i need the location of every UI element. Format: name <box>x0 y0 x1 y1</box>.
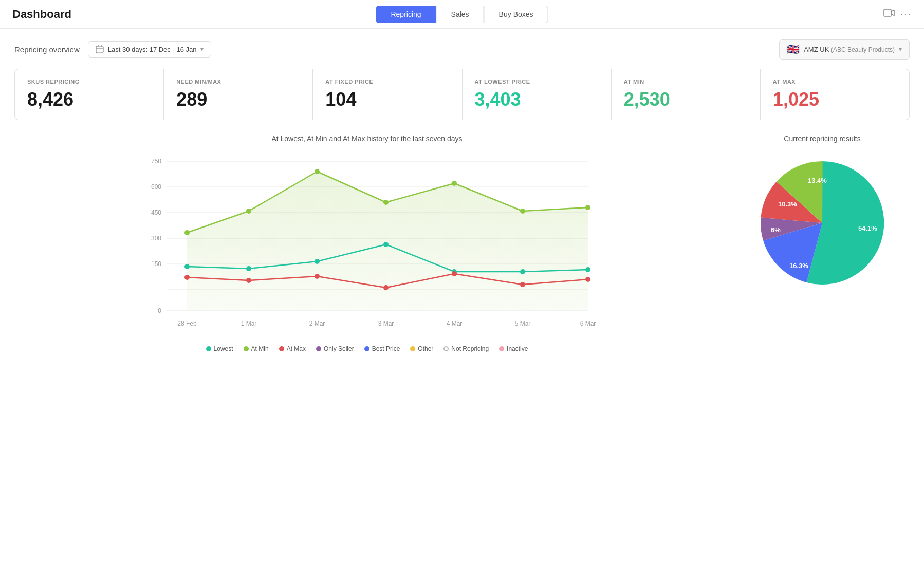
stat-value-atmax: 1,025 <box>773 89 897 110</box>
svg-point-35 <box>315 259 320 264</box>
stat-at-max: AT MAX 1,025 <box>761 69 909 120</box>
pie-label-red: 10.3% <box>778 200 797 208</box>
svg-point-36 <box>383 242 389 247</box>
date-picker[interactable]: Last 30 days: 17 Dec - 16 Jan ▾ <box>88 41 212 58</box>
chart-legend: Lowest At Min At Max Only Seller Best Pr… <box>14 345 719 352</box>
legend-bestprice: Best Price <box>364 345 400 352</box>
date-range-label: Last 30 days: 17 Dec - 16 Jan <box>108 46 197 53</box>
svg-text:150: 150 <box>151 260 161 268</box>
svg-point-30 <box>452 181 457 186</box>
tab-buy-boxes[interactable]: Buy Boxes <box>484 6 548 23</box>
legend-label-notrepricing: Not Repricing <box>451 345 489 352</box>
legend-onlyseller: Only Seller <box>316 345 354 352</box>
legend-dot-atmin <box>244 346 249 351</box>
overview-title: Repricing overview <box>14 45 80 54</box>
stat-skus-repricing: SKUS REPRICING 8,426 <box>15 69 164 120</box>
stat-value-skus: 8,426 <box>27 89 151 110</box>
svg-point-44 <box>452 271 457 276</box>
svg-text:1 Mar: 1 Mar <box>241 320 257 327</box>
stat-fixed-price: AT FIXED PRICE 104 <box>313 69 462 120</box>
legend-lowest: Lowest <box>206 345 233 352</box>
stat-value-minmax: 289 <box>176 89 300 110</box>
legend-label-inactive: Inactive <box>507 345 528 352</box>
svg-point-27 <box>246 209 251 214</box>
stat-value-atmin: 2,530 <box>624 89 748 110</box>
svg-text:2 Mar: 2 Mar <box>309 320 325 327</box>
stat-label-skus: SKUS REPRICING <box>27 79 151 85</box>
svg-text:750: 750 <box>151 158 161 165</box>
stat-value-fixed: 104 <box>325 89 449 110</box>
line-chart-svg: 750 600 450 300 150 0 28 Feb 1 Mar 2 Mar… <box>14 151 719 336</box>
pie-label-green: 13.4% <box>808 177 827 184</box>
main-content: Repricing overview Last 30 days: 17 Dec … <box>0 29 924 363</box>
overview-left: Repricing overview Last 30 days: 17 Dec … <box>14 41 211 58</box>
svg-point-34 <box>246 266 251 271</box>
stat-lowest-price: AT LOWEST PRICE 3,403 <box>463 69 612 120</box>
marketplace-name: AMZ UK <box>804 46 829 53</box>
legend-label-onlyseller: Only Seller <box>324 345 354 352</box>
legend-notrepricing: Not Repricing <box>443 345 489 352</box>
svg-text:28 Feb: 28 Feb <box>177 320 197 327</box>
svg-point-33 <box>184 264 190 269</box>
legend-label-other: Other <box>418 345 433 352</box>
svg-text:5 Mar: 5 Mar <box>515 320 531 327</box>
svg-point-46 <box>585 277 590 282</box>
svg-point-45 <box>520 282 525 287</box>
video-icon-button[interactable] <box>883 7 895 21</box>
stat-at-min: AT MIN 2,530 <box>612 69 761 120</box>
svg-point-42 <box>315 274 320 279</box>
svg-text:0: 0 <box>158 307 161 314</box>
svg-point-39 <box>585 267 590 272</box>
pie-label-purple: 6% <box>771 226 781 234</box>
svg-text:600: 600 <box>151 183 161 191</box>
legend-dot-atmax <box>279 346 284 351</box>
marketplace-label: AMZ UK (ABC Beauty Products) <box>804 46 895 53</box>
pie-chart-container: 54.1% 16.3% 6% 10.3% <box>735 151 910 295</box>
svg-text:6 Mar: 6 Mar <box>580 320 596 327</box>
svg-rect-1 <box>96 46 103 53</box>
svg-point-29 <box>383 200 389 205</box>
stat-label-atmin: AT MIN <box>624 79 748 85</box>
legend-dot-notrepricing <box>443 346 449 351</box>
svg-point-40 <box>184 275 190 280</box>
page-title: Dashboard <box>12 8 71 21</box>
stat-need-minmax: NEED MIN/MAX 289 <box>164 69 313 120</box>
calendar-icon <box>96 45 104 53</box>
svg-text:300: 300 <box>151 235 161 242</box>
stat-label-fixed: AT FIXED PRICE <box>325 79 449 85</box>
legend-label-atmax: At Max <box>287 345 306 352</box>
svg-text:3 Mar: 3 Mar <box>378 320 394 327</box>
legend-dot-other <box>410 346 415 351</box>
stat-label-minmax: NEED MIN/MAX <box>176 79 300 85</box>
stat-label-lowest: AT LOWEST PRICE <box>475 79 599 85</box>
stat-label-atmax: AT MAX <box>773 79 897 85</box>
line-chart-title: At Lowest, At Min and At Max history for… <box>14 135 719 143</box>
marketplace-chevron-icon: ▾ <box>899 46 902 53</box>
legend-dot-onlyseller <box>316 346 321 351</box>
video-icon <box>883 7 895 18</box>
legend-other: Other <box>410 345 433 352</box>
svg-point-41 <box>246 278 251 283</box>
legend-dot-inactive <box>499 346 504 351</box>
svg-point-31 <box>520 209 525 214</box>
svg-text:4 Mar: 4 Mar <box>447 320 463 327</box>
stat-value-lowest: 3,403 <box>475 89 599 110</box>
line-chart-container: 750 600 450 300 150 0 28 Feb 1 Mar 2 Mar… <box>14 151 719 336</box>
legend-label-bestprice: Best Price <box>372 345 400 352</box>
svg-point-38 <box>520 269 525 274</box>
more-options-button[interactable]: ··· <box>900 8 912 20</box>
pie-label-teal: 54.1% <box>858 224 877 232</box>
svg-text:450: 450 <box>151 209 161 216</box>
marketplace-sub: (ABC Beauty Products) <box>831 46 895 53</box>
legend-label-lowest: Lowest <box>214 345 233 352</box>
pie-chart-section: Current repricing results <box>735 135 910 352</box>
legend-atmin: At Min <box>244 345 269 352</box>
marketplace-selector[interactable]: 🇬🇧 AMZ UK (ABC Beauty Products) ▾ <box>779 39 910 60</box>
pie-chart-title: Current repricing results <box>735 135 910 143</box>
tab-repricing[interactable]: Repricing <box>376 6 436 23</box>
charts-row: At Lowest, At Min and At Max history for… <box>14 135 910 352</box>
tab-sales[interactable]: Sales <box>436 6 484 23</box>
svg-point-32 <box>585 205 590 210</box>
legend-dot-lowest <box>206 346 211 351</box>
svg-point-43 <box>383 285 389 290</box>
